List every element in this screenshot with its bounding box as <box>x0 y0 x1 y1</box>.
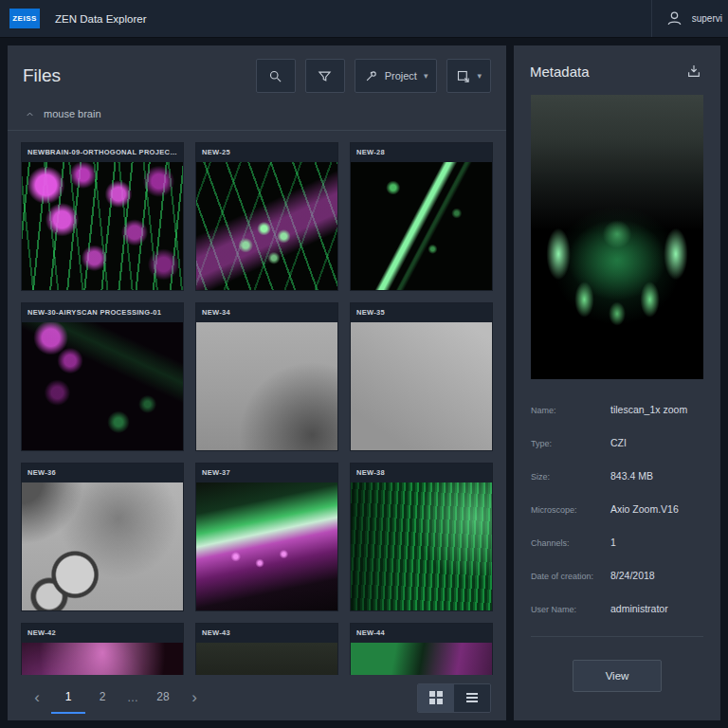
list-view-button[interactable] <box>454 684 490 712</box>
pagination-bar: ‹ 1 2 … 28 › <box>8 675 506 720</box>
file-card[interactable]: NEW-34 <box>195 302 338 451</box>
file-card[interactable]: NEW-43 <box>195 623 338 675</box>
field-user-name: User Name: administrator <box>531 603 703 614</box>
file-thumbnail[interactable] <box>196 162 337 290</box>
app-title: ZEN Data Explorer <box>55 13 147 25</box>
field-value: 1 <box>610 537 616 548</box>
file-card-title: NEW-44 <box>351 624 492 643</box>
field-label: Size: <box>531 470 610 482</box>
import-icon <box>456 69 470 83</box>
field-value: 843.4 MB <box>610 470 653 482</box>
page-28[interactable]: 28 <box>146 682 180 714</box>
file-thumbnail[interactable] <box>22 643 183 675</box>
page-1[interactable]: 1 <box>51 682 85 714</box>
file-card-title: NEW-35 <box>351 303 492 322</box>
field-label: User Name: <box>531 603 610 614</box>
files-header: Files Project ▾ ▾ <box>8 46 506 102</box>
grid-view-button[interactable] <box>418 684 454 712</box>
file-thumbnail[interactable] <box>22 162 183 290</box>
user-menu[interactable]: supervi <box>651 0 728 37</box>
file-thumbnail[interactable] <box>22 482 183 610</box>
file-card[interactable]: NEW-44 <box>350 623 493 675</box>
chevron-down-icon: ▾ <box>477 71 482 81</box>
file-card[interactable]: NEWBRAIN-09-ORTHOGONAL PROJEC… <box>21 142 184 291</box>
file-card[interactable]: NEW-42 <box>21 623 184 675</box>
file-thumbnail[interactable] <box>351 322 492 450</box>
download-icon <box>686 64 701 79</box>
filter-button[interactable] <box>305 59 345 93</box>
file-card[interactable]: NEW-37 <box>195 463 338 611</box>
field-value: 8/24/2018 <box>610 570 655 581</box>
project-dropdown[interactable]: Project ▾ <box>355 59 438 93</box>
export-button[interactable] <box>683 61 704 82</box>
search-button[interactable] <box>256 59 296 93</box>
field-label: Name: <box>531 404 610 415</box>
page-2[interactable]: 2 <box>85 682 119 714</box>
file-thumbnail[interactable] <box>351 162 492 290</box>
file-card-title: NEW-25 <box>196 143 337 162</box>
field-value: administrator <box>610 603 668 614</box>
file-card[interactable]: NEW-25 <box>195 142 338 291</box>
import-button[interactable]: ▾ <box>446 59 491 93</box>
next-page-button[interactable]: › <box>180 683 209 712</box>
chevron-down-icon: ▾ <box>424 71 428 81</box>
prev-page-button[interactable]: ‹ <box>23 683 51 712</box>
file-card[interactable]: NEW-28 <box>350 142 493 291</box>
file-card-title: NEW-38 <box>351 464 492 482</box>
field-microscope: Microscope: Axio Zoom.V16 <box>531 503 703 515</box>
group-label: mouse brain <box>44 108 101 119</box>
metadata-header: Metadata <box>514 46 720 89</box>
view-mode-toggle <box>417 683 491 713</box>
file-thumbnail[interactable] <box>196 643 337 675</box>
zeiss-logo: ZEISS <box>9 9 40 28</box>
file-thumbnail[interactable] <box>196 482 337 610</box>
field-channels: Channels: 1 <box>531 537 703 548</box>
file-thumbnail[interactable] <box>196 322 337 450</box>
project-dropdown-label: Project <box>385 70 417 82</box>
metadata-fields: Name: tilescan_1x zoom Type: CZI Size: 8… <box>514 404 720 636</box>
file-card-title: NEW-37 <box>196 464 337 482</box>
search-icon <box>268 69 282 83</box>
file-card-title: NEW-34 <box>196 303 337 322</box>
file-card[interactable]: NEW-30-AIRYSCAN PROCESSING-01 <box>21 302 184 451</box>
field-size: Size: 843.4 MB <box>531 470 703 482</box>
group-header-mouse-brain[interactable]: mouse brain <box>8 102 506 131</box>
chevron-up-icon <box>25 109 35 119</box>
divider <box>531 636 703 637</box>
field-value: tilescan_1x zoom <box>610 404 687 415</box>
field-value: CZI <box>610 437 627 448</box>
file-card-title: NEW-30-AIRYSCAN PROCESSING-01 <box>22 303 183 322</box>
field-label: Channels: <box>531 537 610 548</box>
file-card[interactable]: NEW-35 <box>350 302 493 451</box>
file-card-title: NEW-42 <box>22 624 183 643</box>
page-ellipsis: … <box>119 691 146 704</box>
field-label: Type: <box>531 437 610 448</box>
file-card[interactable]: NEW-38 <box>350 463 493 611</box>
file-card-title: NEWBRAIN-09-ORTHOGONAL PROJEC… <box>22 143 183 162</box>
file-card-title: NEW-43 <box>196 624 337 643</box>
tools-icon <box>364 69 378 83</box>
filter-icon <box>318 69 332 83</box>
file-card-title: NEW-28 <box>351 143 492 162</box>
preview-image[interactable] <box>531 95 703 379</box>
grid-view-icon <box>429 691 443 704</box>
field-date-of-creation: Date of creation: 8/24/2018 <box>531 570 703 581</box>
top-bar: ZEISS ZEN Data Explorer supervi <box>0 0 728 38</box>
field-name: Name: tilescan_1x zoom <box>531 404 703 415</box>
file-thumbnail[interactable] <box>22 322 183 450</box>
file-card-title: NEW-36 <box>22 464 183 482</box>
file-thumbnail[interactable] <box>351 482 492 610</box>
field-label: Date of creation: <box>531 570 610 581</box>
files-title: Files <box>23 65 61 86</box>
files-panel: Files Project ▾ ▾ mouse brain NEWB <box>8 46 506 720</box>
file-card[interactable]: NEW-36 <box>21 463 184 611</box>
file-thumbnail[interactable] <box>351 643 492 675</box>
metadata-title: Metadata <box>530 64 590 80</box>
file-grid: NEWBRAIN-09-ORTHOGONAL PROJEC… NEW-25 NE… <box>8 131 506 675</box>
field-type: Type: CZI <box>531 437 703 448</box>
user-name: supervi <box>692 13 722 24</box>
list-view-icon <box>465 691 479 704</box>
view-button[interactable]: View <box>573 660 662 692</box>
field-label: Microscope: <box>531 503 610 515</box>
main-content: Files Project ▾ ▾ mouse brain NEWB <box>0 38 728 728</box>
